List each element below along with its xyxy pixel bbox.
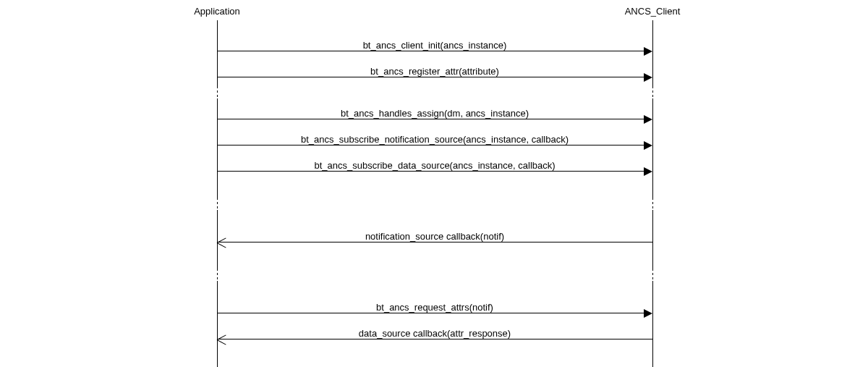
message-subscribe-data-source: bt_ancs_subscribe_data_source(ancs_insta… — [0, 156, 868, 182]
arrowhead-right-icon — [644, 73, 652, 82]
message-line — [217, 242, 652, 242]
message-register-attr: bt_ancs_register_attr(attribute) — [0, 62, 868, 88]
arrowhead-right-icon — [644, 47, 652, 56]
message-label: data_source callback(attr_response) — [359, 328, 511, 339]
arrowhead-left-open-icon — [217, 237, 227, 248]
participant-ancs-client-label: ANCS_Client — [625, 6, 681, 17]
message-label: bt_ancs_client_init(ancs_instance) — [363, 40, 507, 51]
lifeline-gap-dash — [652, 90, 653, 93]
arrowhead-left-open-icon — [217, 334, 227, 345]
message-notification-source-callback: notification_source callback(notif) — [0, 227, 868, 253]
message-client-init: bt_ancs_client_init(ancs_instance) — [0, 36, 868, 62]
sequence-diagram: Application ANCS_Client bt_ancs_client_i… — [0, 0, 868, 367]
message-line — [217, 171, 645, 172]
message-line — [217, 339, 652, 339]
arrowhead-right-icon — [644, 115, 652, 124]
arrowhead-right-icon — [644, 167, 652, 176]
message-label: bt_ancs_subscribe_notification_source(an… — [301, 134, 569, 145]
message-line — [217, 145, 645, 145]
message-label: bt_ancs_register_attr(attribute) — [370, 66, 499, 77]
message-label: notification_source callback(notif) — [365, 231, 504, 242]
message-line — [217, 77, 645, 77]
message-label: bt_ancs_handles_assign(dm, ancs_instance… — [341, 108, 529, 119]
message-line — [217, 51, 645, 51]
lifeline-gap-dash — [652, 273, 653, 275]
participant-application-label: Application — [194, 6, 240, 17]
message-line — [217, 313, 645, 313]
lifeline-gap-dash — [652, 202, 653, 204]
message-label: bt_ancs_request_attrs(notif) — [376, 302, 493, 313]
lifeline-gap-dash — [217, 206, 218, 208]
arrowhead-right-icon — [644, 141, 652, 150]
message-request-attrs: bt_ancs_request_attrs(notif) — [0, 298, 868, 324]
lifeline-gap-dash — [217, 95, 218, 97]
lifeline-gap-dash — [217, 202, 218, 204]
message-data-source-callback: data_source callback(attr_response) — [0, 324, 868, 350]
lifeline-gap-dash — [652, 95, 653, 97]
message-subscribe-notification-source: bt_ancs_subscribe_notification_source(an… — [0, 130, 868, 156]
message-handles-assign: bt_ancs_handles_assign(dm, ancs_instance… — [0, 104, 868, 130]
lifeline-gap-dash — [652, 206, 653, 208]
lifeline-gap-dash — [652, 277, 653, 279]
message-label: bt_ancs_subscribe_data_source(ancs_insta… — [314, 160, 555, 171]
lifeline-gap-dash — [217, 273, 218, 275]
message-line — [217, 119, 645, 119]
lifeline-gap-dash — [217, 277, 218, 279]
lifeline-gap-dash — [217, 90, 218, 93]
arrowhead-right-icon — [644, 309, 652, 318]
